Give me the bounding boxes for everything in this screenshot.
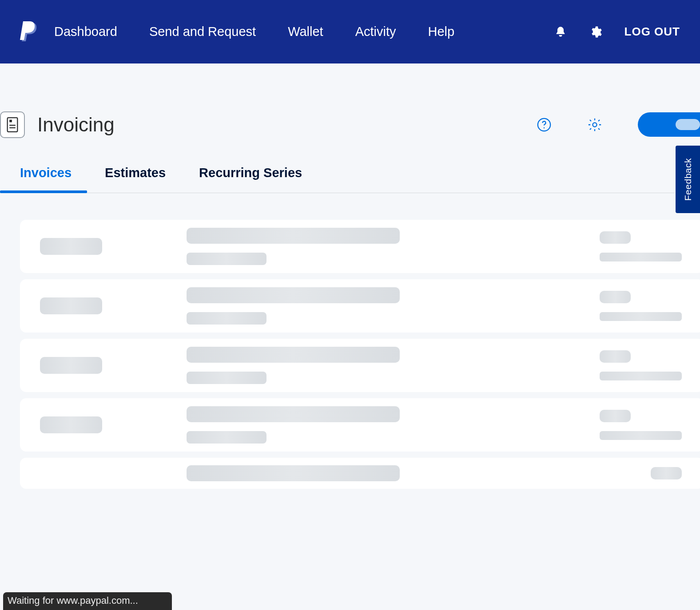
create-invoice-button[interactable] [638,112,700,137]
skeleton-block [651,467,682,479]
header-actions [537,112,700,137]
svg-rect-1 [9,119,12,122]
tab-recurring-series[interactable]: Recurring Series [199,166,302,193]
nav-links: Dashboard Send and Request Wallet Activi… [54,24,454,39]
skeleton-block [600,431,682,440]
skeleton-block [187,347,400,363]
invoice-list-loading [0,220,700,489]
invoicing-doc-icon [0,111,25,138]
nav-dashboard[interactable]: Dashboard [54,24,117,39]
skeleton-block [187,228,400,244]
nav-send-request[interactable]: Send and Request [149,24,256,39]
skeleton-block [187,372,266,384]
skeleton-block [600,291,631,303]
skeleton-block [187,465,400,481]
tab-invoices[interactable]: Invoices [20,166,72,193]
browser-status-bar: Waiting for www.paypal.com... [3,592,172,610]
skeleton-block [600,312,682,321]
settings-gear-icon[interactable] [587,117,602,132]
tab-estimates[interactable]: Estimates [105,166,166,193]
list-item [20,398,700,452]
skeleton-block [600,372,682,380]
list-item [20,458,700,489]
paypal-logo[interactable] [20,21,39,43]
nav-right: LOG OUT [554,25,680,39]
help-circle-icon[interactable] [537,117,552,132]
skeleton-block [187,253,266,265]
list-item [20,220,700,273]
skeleton-block [600,231,631,244]
bell-icon[interactable] [554,25,567,39]
nav-activity[interactable]: Activity [355,24,396,39]
page-header: Invoicing [0,63,700,152]
nav-help[interactable]: Help [428,24,454,39]
skeleton-block [187,406,400,422]
skeleton-block [40,416,102,433]
skeleton-block [40,357,102,374]
skeleton-block [40,238,102,255]
skeleton-block [187,431,266,444]
svg-point-6 [593,123,597,127]
svg-point-5 [544,127,545,128]
page-title: Invoicing [37,114,115,136]
skeleton-block [187,287,400,303]
skeleton-block [600,350,631,363]
skeleton-block [600,410,631,422]
gear-icon[interactable] [589,25,602,39]
list-item [20,279,700,333]
tabs: Invoices Estimates Recurring Series [0,166,675,193]
top-nav: Dashboard Send and Request Wallet Activi… [0,0,700,63]
skeleton-block [600,253,682,261]
logout-button[interactable]: LOG OUT [624,25,680,39]
skeleton-block [40,297,102,314]
feedback-label: Feedback [683,158,693,201]
skeleton-block [187,312,266,325]
nav-wallet[interactable]: Wallet [288,24,323,39]
list-item [20,339,700,392]
feedback-tab[interactable]: Feedback [676,146,700,213]
